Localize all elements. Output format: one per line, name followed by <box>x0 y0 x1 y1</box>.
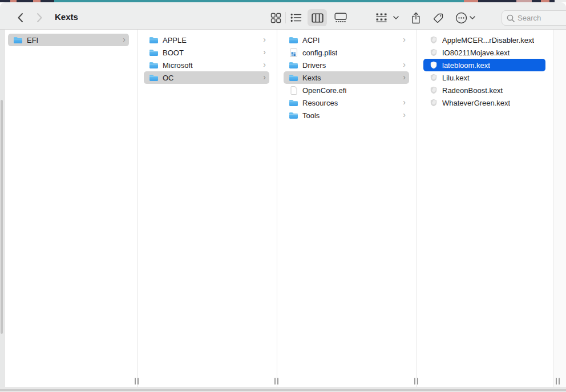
list-view-button[interactable] <box>289 10 304 25</box>
chevron-right-icon <box>403 60 406 70</box>
folder-icon <box>149 49 159 56</box>
clipped-column-edge <box>0 30 5 387</box>
file-name: EFI <box>27 36 38 45</box>
chevron-right-icon <box>263 35 266 45</box>
chevron-right-icon <box>403 35 406 45</box>
folder-icon <box>149 74 159 82</box>
file-row-efi[interactable]: EFI <box>8 34 129 46</box>
folder-icon <box>289 61 298 69</box>
share-button[interactable] <box>409 10 423 25</box>
file-row-applemcer-rdisabler-kext[interactable]: AppleMCER...rDisabler.kext <box>423 34 545 46</box>
file-name: APPLE <box>163 36 187 45</box>
file-row-boot[interactable]: BOOT <box>144 46 269 59</box>
file-name: Kexts <box>302 74 321 82</box>
toolbar: Kexts <box>0 2 566 30</box>
file-row-drivers[interactable]: Drivers <box>284 59 409 71</box>
column-resize-handle[interactable] <box>274 378 278 385</box>
group-button[interactable] <box>374 10 389 25</box>
chevron-right-icon <box>263 73 266 82</box>
column-resize-handle[interactable] <box>135 378 139 385</box>
chevron-right-icon <box>403 98 406 107</box>
more-button[interactable] <box>454 10 468 25</box>
file-row-oc[interactable]: OC <box>144 71 269 84</box>
kext-icon <box>428 86 438 94</box>
file-row-io80211mojave-kext[interactable]: IO80211Mojave.kext <box>423 46 545 59</box>
finder-column-1: EFI <box>5 30 137 382</box>
more-chevron[interactable] <box>468 10 477 25</box>
finder-column-2: APPLEBOOTMicrosoftOC <box>138 30 277 382</box>
file-name: config.plist <box>302 49 337 57</box>
preview-column-sliver <box>553 30 566 387</box>
folder-icon <box>13 36 23 44</box>
chevron-down-icon <box>393 16 399 19</box>
file-row-tools[interactable]: Tools <box>284 109 409 122</box>
file-row-microsoft[interactable]: Microsoft <box>144 59 269 71</box>
more-icon <box>455 12 467 24</box>
icon-view-button[interactable] <box>268 10 283 25</box>
file-name: Tools <box>302 111 320 120</box>
finder-window: Kexts <box>0 0 566 392</box>
file-row-radeonboost-kext[interactable]: RadeonBoost.kext <box>423 84 545 96</box>
kext-icon <box>428 36 438 44</box>
gallery-view-button[interactable] <box>333 10 348 25</box>
file-name: RadeonBoost.kext <box>442 86 503 95</box>
scrollbar-thumb[interactable] <box>1 100 3 334</box>
finder-column-4: AppleMCER...rDisabler.kextIO80211Mojave.… <box>417 30 553 382</box>
file-name: Resources <box>302 99 338 107</box>
chevron-right-icon <box>263 60 266 70</box>
column-view-button[interactable] <box>310 10 325 25</box>
file-row-kexts[interactable]: Kexts <box>284 71 409 84</box>
search-input[interactable] <box>518 14 562 22</box>
group-chevron[interactable] <box>391 10 401 25</box>
chevron-right-icon <box>403 73 406 82</box>
kext-icon <box>428 99 438 107</box>
window-title: Kexts <box>55 12 78 22</box>
kext-icon <box>428 74 438 82</box>
folder-icon <box>289 111 298 119</box>
search-icon <box>507 14 515 22</box>
file-row-apple[interactable]: APPLE <box>144 34 269 46</box>
chevron-right-icon <box>263 48 266 57</box>
tag-button[interactable] <box>431 10 446 25</box>
folder-icon <box>289 36 298 44</box>
file-name: Lilu.kext <box>442 74 470 82</box>
search-field[interactable] <box>502 10 566 26</box>
gallery-view-icon <box>334 13 347 23</box>
file-row-opencore-efi[interactable]: OpenCore.efi <box>284 84 409 96</box>
file-name: ACPI <box>302 36 320 45</box>
file-name: BOOT <box>163 49 184 57</box>
file-name: IO80211Mojave.kext <box>442 49 510 57</box>
file-name: latebloom.kext <box>442 61 490 70</box>
share-icon <box>411 12 421 24</box>
file-row-latebloom-kext[interactable]: latebloom.kext <box>423 59 545 71</box>
column-resize-handle[interactable] <box>414 378 418 385</box>
file-row-lilu-kext[interactable]: Lilu.kext <box>423 71 545 84</box>
chevron-right-icon <box>123 35 126 45</box>
folder-icon <box>149 61 159 69</box>
file-row-resources[interactable]: Resources <box>284 96 409 109</box>
forward-button[interactable] <box>32 10 47 25</box>
column-resize-handle[interactable] <box>556 378 560 385</box>
file-row-config-plist[interactable]: config.plist <box>284 46 409 59</box>
chevron-right-icon <box>403 111 406 120</box>
file-name: Microsoft <box>163 61 193 70</box>
column-view-icon <box>312 13 324 23</box>
kext-icon <box>428 61 438 69</box>
group-icon <box>375 13 387 23</box>
back-button[interactable] <box>13 10 27 25</box>
plist-icon <box>289 49 298 57</box>
file-name: Drivers <box>302 61 326 70</box>
file-row-acpi[interactable]: ACPI <box>284 34 409 46</box>
folder-icon <box>289 74 298 82</box>
finder-column-3: ACPIconfig.plistDriversKextsOpenCore.efi… <box>277 30 417 382</box>
folder-icon <box>149 36 159 44</box>
column-view-area: EFI APPLEBOOTMicrosoftOC ACPIconfig.plis… <box>0 30 566 387</box>
chevron-down-icon <box>470 16 475 19</box>
file-name: OpenCore.efi <box>302 86 346 95</box>
folder-icon <box>289 99 298 107</box>
tag-icon <box>433 13 444 23</box>
icon-view-icon <box>270 13 281 23</box>
file-row-whatevergreen-kext[interactable]: WhateverGreen.kext <box>423 96 545 109</box>
file-name: WhateverGreen.kext <box>442 99 510 107</box>
kext-icon <box>428 49 438 56</box>
